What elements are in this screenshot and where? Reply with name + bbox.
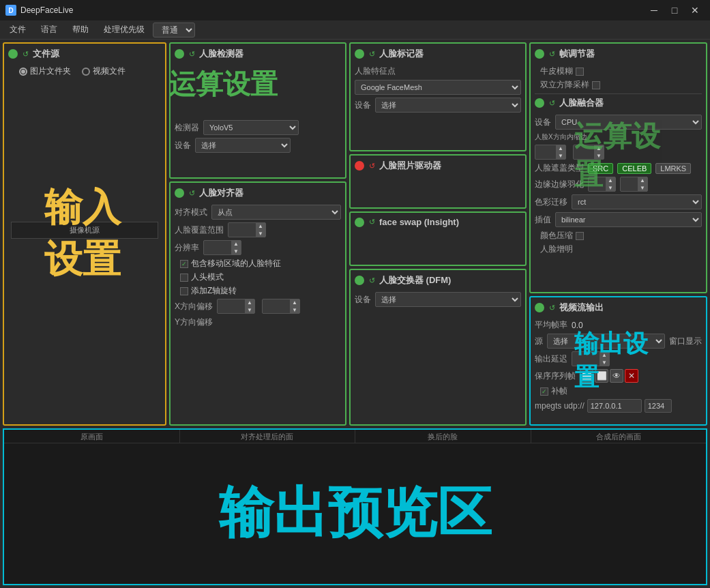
blur2-input[interactable]: 25 bbox=[621, 180, 638, 188]
face-y-input[interactable]: 0 bbox=[574, 148, 594, 156]
supplement-row: 补帧 bbox=[535, 385, 702, 397]
x-offset-down[interactable]: ▼ bbox=[245, 306, 254, 314]
interpolation-select[interactable]: bilinear bbox=[555, 212, 702, 227]
blur2-down[interactable]: ▼ bbox=[638, 184, 647, 192]
buffer-icon-1[interactable]: ⬜ bbox=[580, 369, 593, 383]
output-delay-down[interactable]: ▼ bbox=[600, 359, 609, 366]
x-offset-spinner2[interactable]: 0.00 ▲ ▼ bbox=[262, 299, 300, 314]
face-coverage-spinner[interactable]: 2.2 ▲ ▼ bbox=[228, 222, 266, 237]
menu-priority[interactable]: 处理优先级 bbox=[97, 23, 151, 37]
dfm-device-label: 设备 bbox=[355, 294, 371, 306]
x-offset-input[interactable]: 0.00 bbox=[218, 302, 245, 310]
face-coverage-down[interactable]: ▼ bbox=[256, 230, 265, 237]
x-offset-spinner[interactable]: 0.00 ▲ ▼ bbox=[217, 299, 255, 314]
checkbox-z[interactable] bbox=[180, 287, 188, 295]
priority-dropdown[interactable]: 普通 bbox=[153, 23, 195, 38]
output-source-select[interactable]: 选择 bbox=[547, 334, 665, 349]
blur2-up[interactable]: ▲ bbox=[638, 177, 647, 184]
face-detector-header: ↺ 人脸检测器 bbox=[175, 48, 341, 60]
output-delay-up[interactable]: ▲ bbox=[600, 351, 609, 359]
resolution-up[interactable]: ▲ bbox=[231, 240, 241, 248]
resolution-down[interactable]: ▼ bbox=[231, 248, 241, 255]
merger-device-select[interactable]: CPU bbox=[555, 115, 702, 130]
blur2-spinner[interactable]: 25 ▲ ▼ bbox=[620, 177, 648, 192]
buffer-icon-2[interactable]: ⬜ bbox=[595, 369, 608, 383]
blur1-spinner[interactable]: 5 ▲ ▼ bbox=[588, 177, 616, 192]
radio-video-file[interactable]: 视频文件 bbox=[82, 65, 125, 77]
menu-file[interactable]: 文件 bbox=[3, 23, 33, 37]
minimize-button[interactable]: ─ bbox=[645, 2, 664, 18]
frame-adjuster-refresh[interactable]: ↺ bbox=[547, 49, 557, 59]
tag-src[interactable]: SRC bbox=[588, 163, 613, 174]
face-x-input[interactable]: 0 bbox=[535, 148, 556, 156]
marker-device-select[interactable]: 选择 bbox=[375, 98, 521, 113]
face-detector-refresh[interactable]: ↺ bbox=[187, 49, 196, 59]
file-source-refresh[interactable]: ↺ bbox=[20, 49, 30, 59]
merger-device-row: 设备 CPU bbox=[535, 115, 702, 130]
video-output-power[interactable] bbox=[535, 303, 544, 312]
buffer-close[interactable]: ✕ bbox=[625, 369, 638, 383]
stream-host[interactable] bbox=[587, 399, 642, 413]
preview-big-label: 输出预览区 bbox=[219, 477, 492, 550]
face-dfm-refresh[interactable]: ↺ bbox=[367, 276, 376, 285]
face-x-spinner[interactable]: 0 ▲ ▼ bbox=[535, 145, 566, 160]
face-aligner-power[interactable] bbox=[175, 188, 184, 198]
camera-source-area: 摄像机源 bbox=[8, 214, 161, 241]
x-offset-up2[interactable]: ▲ bbox=[290, 299, 299, 306]
detector-select[interactable]: YoloV5 bbox=[203, 120, 299, 135]
face-marker-refresh[interactable]: ↺ bbox=[367, 49, 376, 59]
face-photo-driver-refresh[interactable]: ↺ bbox=[367, 161, 376, 171]
file-source-power[interactable] bbox=[8, 49, 18, 59]
face-y-down[interactable]: ▼ bbox=[594, 152, 604, 160]
face-x-up[interactable]: ▲ bbox=[556, 145, 565, 152]
face-swap-power[interactable] bbox=[355, 218, 364, 227]
face-marker-panel: ↺ 人脸标记器 人脸特征点 Google FaceMesh 设备 选择 bbox=[349, 42, 527, 151]
face-marker-power[interactable] bbox=[355, 49, 364, 59]
menu-language[interactable]: 语言 bbox=[34, 23, 64, 37]
face-swap-refresh[interactable]: ↺ bbox=[367, 218, 376, 227]
x-offset-up[interactable]: ▲ bbox=[245, 299, 254, 306]
face-y-spinner[interactable]: 0 ▲ ▼ bbox=[573, 145, 604, 160]
align-mode-select[interactable]: 从点 bbox=[211, 205, 341, 220]
tag-lmrks[interactable]: LMRKS bbox=[655, 163, 691, 174]
face-dfm-power[interactable] bbox=[355, 276, 364, 285]
face-detector-power[interactable] bbox=[175, 49, 184, 59]
color-transfer-select[interactable]: rct bbox=[572, 194, 702, 209]
x-offset-down2[interactable]: ▼ bbox=[290, 306, 299, 314]
frame-adjuster-power[interactable] bbox=[535, 49, 544, 59]
buffer-eye[interactable]: 👁 bbox=[610, 369, 623, 383]
resolution-spinner[interactable]: 224 ▲ ▼ bbox=[203, 240, 241, 255]
blur1-down[interactable]: ▼ bbox=[606, 184, 615, 192]
x-offset-input2[interactable]: 0.00 bbox=[263, 302, 290, 310]
video-output-refresh[interactable]: ↺ bbox=[547, 303, 557, 312]
tag-celeb[interactable]: CELEB bbox=[617, 163, 651, 174]
close-button[interactable]: ✕ bbox=[685, 2, 705, 18]
dfm-device-select[interactable]: 选择 bbox=[375, 292, 521, 307]
menu-help[interactable]: 帮助 bbox=[65, 23, 95, 37]
face-coverage-input[interactable]: 2.2 bbox=[228, 226, 256, 234]
face-merger-power[interactable] bbox=[535, 98, 544, 108]
blur1-up[interactable]: ▲ bbox=[606, 177, 615, 184]
checkbox-head[interactable] bbox=[180, 274, 188, 282]
face-aligner-refresh[interactable]: ↺ bbox=[187, 188, 196, 198]
face-photo-driver-power[interactable] bbox=[355, 161, 364, 171]
checkbox-move[interactable] bbox=[180, 260, 188, 268]
median-blur-checkbox[interactable] bbox=[576, 68, 584, 76]
stream-port[interactable] bbox=[645, 399, 672, 413]
color-compression-checkbox[interactable] bbox=[576, 232, 584, 240]
face-x-down[interactable]: ▼ bbox=[556, 152, 565, 160]
face-y-up[interactable]: ▲ bbox=[594, 145, 604, 152]
supplement-checkbox[interactable] bbox=[540, 387, 548, 396]
resolution-input[interactable]: 224 bbox=[204, 244, 231, 252]
feature-point-select[interactable]: Google FaceMesh bbox=[355, 80, 521, 95]
output-source-label: 源 bbox=[535, 336, 543, 347]
face-coverage-up[interactable]: ▲ bbox=[256, 222, 265, 230]
output-delay-input[interactable]: 500 bbox=[572, 355, 600, 363]
detector-device-select[interactable]: 选择 bbox=[195, 138, 291, 153]
blur1-input[interactable]: 5 bbox=[589, 180, 606, 188]
resolution-denoise-checkbox[interactable] bbox=[592, 81, 600, 89]
face-merger-refresh[interactable]: ↺ bbox=[547, 98, 557, 108]
radio-image-folder[interactable]: 图片文件夹 bbox=[19, 65, 71, 77]
maximize-button[interactable]: □ bbox=[665, 2, 684, 18]
output-delay-spinner[interactable]: 500 ▲ ▼ bbox=[572, 351, 610, 366]
